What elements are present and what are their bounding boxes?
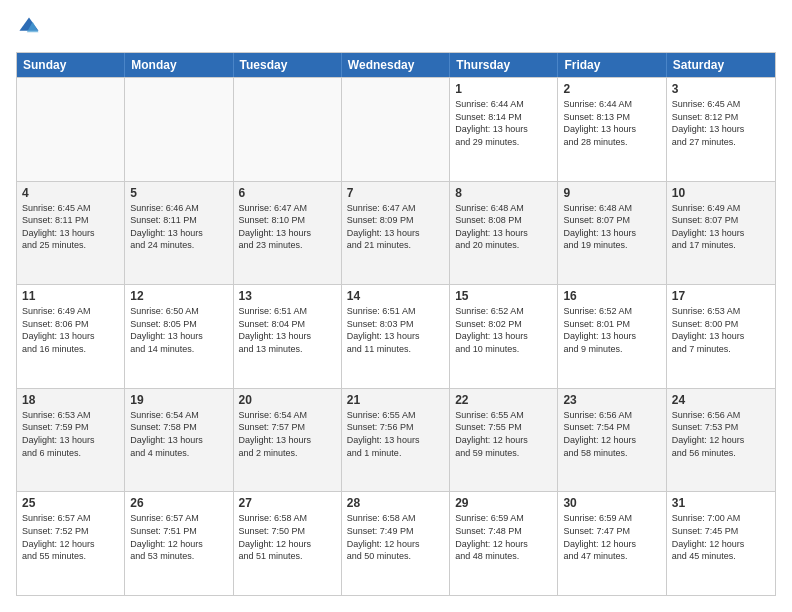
day-info: Sunrise: 6:47 AM Sunset: 8:09 PM Dayligh…	[347, 202, 444, 252]
day-info: Sunrise: 6:50 AM Sunset: 8:05 PM Dayligh…	[130, 305, 227, 355]
day-number: 14	[347, 289, 444, 303]
calendar-day-7: 7Sunrise: 6:47 AM Sunset: 8:09 PM Daylig…	[342, 182, 450, 285]
day-number: 3	[672, 82, 770, 96]
calendar-row: 25Sunrise: 6:57 AM Sunset: 7:52 PM Dayli…	[17, 491, 775, 595]
logo-icon	[18, 16, 40, 38]
day-number: 15	[455, 289, 552, 303]
calendar-day-9: 9Sunrise: 6:48 AM Sunset: 8:07 PM Daylig…	[558, 182, 666, 285]
day-info: Sunrise: 6:49 AM Sunset: 8:07 PM Dayligh…	[672, 202, 770, 252]
calendar-day-11: 11Sunrise: 6:49 AM Sunset: 8:06 PM Dayli…	[17, 285, 125, 388]
day-info: Sunrise: 6:56 AM Sunset: 7:53 PM Dayligh…	[672, 409, 770, 459]
calendar-empty-cell	[234, 78, 342, 181]
calendar-empty-cell	[342, 78, 450, 181]
day-number: 17	[672, 289, 770, 303]
day-info: Sunrise: 6:49 AM Sunset: 8:06 PM Dayligh…	[22, 305, 119, 355]
day-number: 18	[22, 393, 119, 407]
day-info: Sunrise: 6:45 AM Sunset: 8:12 PM Dayligh…	[672, 98, 770, 148]
day-number: 13	[239, 289, 336, 303]
calendar-day-30: 30Sunrise: 6:59 AM Sunset: 7:47 PM Dayli…	[558, 492, 666, 595]
day-info: Sunrise: 6:48 AM Sunset: 8:07 PM Dayligh…	[563, 202, 660, 252]
calendar-day-4: 4Sunrise: 6:45 AM Sunset: 8:11 PM Daylig…	[17, 182, 125, 285]
day-number: 7	[347, 186, 444, 200]
day-info: Sunrise: 6:55 AM Sunset: 7:56 PM Dayligh…	[347, 409, 444, 459]
calendar-day-12: 12Sunrise: 6:50 AM Sunset: 8:05 PM Dayli…	[125, 285, 233, 388]
day-info: Sunrise: 6:51 AM Sunset: 8:03 PM Dayligh…	[347, 305, 444, 355]
day-info: Sunrise: 6:48 AM Sunset: 8:08 PM Dayligh…	[455, 202, 552, 252]
day-info: Sunrise: 6:59 AM Sunset: 7:47 PM Dayligh…	[563, 512, 660, 562]
day-number: 5	[130, 186, 227, 200]
day-number: 23	[563, 393, 660, 407]
day-info: Sunrise: 6:58 AM Sunset: 7:49 PM Dayligh…	[347, 512, 444, 562]
calendar-day-23: 23Sunrise: 6:56 AM Sunset: 7:54 PM Dayli…	[558, 389, 666, 492]
calendar-day-15: 15Sunrise: 6:52 AM Sunset: 8:02 PM Dayli…	[450, 285, 558, 388]
calendar-day-24: 24Sunrise: 6:56 AM Sunset: 7:53 PM Dayli…	[667, 389, 775, 492]
day-number: 12	[130, 289, 227, 303]
calendar-day-26: 26Sunrise: 6:57 AM Sunset: 7:51 PM Dayli…	[125, 492, 233, 595]
calendar: SundayMondayTuesdayWednesdayThursdayFrid…	[16, 52, 776, 596]
day-number: 28	[347, 496, 444, 510]
calendar-day-20: 20Sunrise: 6:54 AM Sunset: 7:57 PM Dayli…	[234, 389, 342, 492]
day-number: 21	[347, 393, 444, 407]
day-number: 6	[239, 186, 336, 200]
calendar-day-29: 29Sunrise: 6:59 AM Sunset: 7:48 PM Dayli…	[450, 492, 558, 595]
day-number: 4	[22, 186, 119, 200]
day-number: 25	[22, 496, 119, 510]
calendar-day-27: 27Sunrise: 6:58 AM Sunset: 7:50 PM Dayli…	[234, 492, 342, 595]
calendar-day-22: 22Sunrise: 6:55 AM Sunset: 7:55 PM Dayli…	[450, 389, 558, 492]
weekday-header-thursday: Thursday	[450, 53, 558, 77]
calendar-day-2: 2Sunrise: 6:44 AM Sunset: 8:13 PM Daylig…	[558, 78, 666, 181]
calendar-day-3: 3Sunrise: 6:45 AM Sunset: 8:12 PM Daylig…	[667, 78, 775, 181]
weekday-header-friday: Friday	[558, 53, 666, 77]
day-info: Sunrise: 6:53 AM Sunset: 8:00 PM Dayligh…	[672, 305, 770, 355]
calendar-row: 1Sunrise: 6:44 AM Sunset: 8:14 PM Daylig…	[17, 77, 775, 181]
day-number: 2	[563, 82, 660, 96]
calendar-header: SundayMondayTuesdayWednesdayThursdayFrid…	[17, 53, 775, 77]
day-info: Sunrise: 6:44 AM Sunset: 8:14 PM Dayligh…	[455, 98, 552, 148]
calendar-empty-cell	[17, 78, 125, 181]
day-number: 8	[455, 186, 552, 200]
header	[16, 16, 776, 42]
calendar-day-16: 16Sunrise: 6:52 AM Sunset: 8:01 PM Dayli…	[558, 285, 666, 388]
page: SundayMondayTuesdayWednesdayThursdayFrid…	[0, 0, 792, 612]
day-number: 30	[563, 496, 660, 510]
calendar-day-18: 18Sunrise: 6:53 AM Sunset: 7:59 PM Dayli…	[17, 389, 125, 492]
calendar-day-19: 19Sunrise: 6:54 AM Sunset: 7:58 PM Dayli…	[125, 389, 233, 492]
calendar-day-5: 5Sunrise: 6:46 AM Sunset: 8:11 PM Daylig…	[125, 182, 233, 285]
calendar-day-6: 6Sunrise: 6:47 AM Sunset: 8:10 PM Daylig…	[234, 182, 342, 285]
weekday-header-tuesday: Tuesday	[234, 53, 342, 77]
calendar-day-25: 25Sunrise: 6:57 AM Sunset: 7:52 PM Dayli…	[17, 492, 125, 595]
day-info: Sunrise: 6:57 AM Sunset: 7:52 PM Dayligh…	[22, 512, 119, 562]
day-info: Sunrise: 6:52 AM Sunset: 8:02 PM Dayligh…	[455, 305, 552, 355]
logo	[16, 16, 44, 42]
day-info: Sunrise: 6:44 AM Sunset: 8:13 PM Dayligh…	[563, 98, 660, 148]
weekday-header-wednesday: Wednesday	[342, 53, 450, 77]
day-info: Sunrise: 6:53 AM Sunset: 7:59 PM Dayligh…	[22, 409, 119, 459]
calendar-row: 18Sunrise: 6:53 AM Sunset: 7:59 PM Dayli…	[17, 388, 775, 492]
day-number: 9	[563, 186, 660, 200]
day-info: Sunrise: 6:58 AM Sunset: 7:50 PM Dayligh…	[239, 512, 336, 562]
day-info: Sunrise: 6:55 AM Sunset: 7:55 PM Dayligh…	[455, 409, 552, 459]
weekday-header-saturday: Saturday	[667, 53, 775, 77]
calendar-day-13: 13Sunrise: 6:51 AM Sunset: 8:04 PM Dayli…	[234, 285, 342, 388]
day-info: Sunrise: 6:59 AM Sunset: 7:48 PM Dayligh…	[455, 512, 552, 562]
day-number: 22	[455, 393, 552, 407]
day-number: 11	[22, 289, 119, 303]
day-info: Sunrise: 6:47 AM Sunset: 8:10 PM Dayligh…	[239, 202, 336, 252]
day-number: 20	[239, 393, 336, 407]
day-info: Sunrise: 6:56 AM Sunset: 7:54 PM Dayligh…	[563, 409, 660, 459]
day-info: Sunrise: 6:52 AM Sunset: 8:01 PM Dayligh…	[563, 305, 660, 355]
calendar-day-31: 31Sunrise: 7:00 AM Sunset: 7:45 PM Dayli…	[667, 492, 775, 595]
calendar-day-21: 21Sunrise: 6:55 AM Sunset: 7:56 PM Dayli…	[342, 389, 450, 492]
day-info: Sunrise: 7:00 AM Sunset: 7:45 PM Dayligh…	[672, 512, 770, 562]
weekday-header-sunday: Sunday	[17, 53, 125, 77]
calendar-day-28: 28Sunrise: 6:58 AM Sunset: 7:49 PM Dayli…	[342, 492, 450, 595]
day-number: 31	[672, 496, 770, 510]
day-number: 26	[130, 496, 227, 510]
day-number: 10	[672, 186, 770, 200]
day-info: Sunrise: 6:54 AM Sunset: 7:58 PM Dayligh…	[130, 409, 227, 459]
day-number: 19	[130, 393, 227, 407]
day-info: Sunrise: 6:57 AM Sunset: 7:51 PM Dayligh…	[130, 512, 227, 562]
calendar-day-14: 14Sunrise: 6:51 AM Sunset: 8:03 PM Dayli…	[342, 285, 450, 388]
calendar-row: 11Sunrise: 6:49 AM Sunset: 8:06 PM Dayli…	[17, 284, 775, 388]
calendar-day-10: 10Sunrise: 6:49 AM Sunset: 8:07 PM Dayli…	[667, 182, 775, 285]
